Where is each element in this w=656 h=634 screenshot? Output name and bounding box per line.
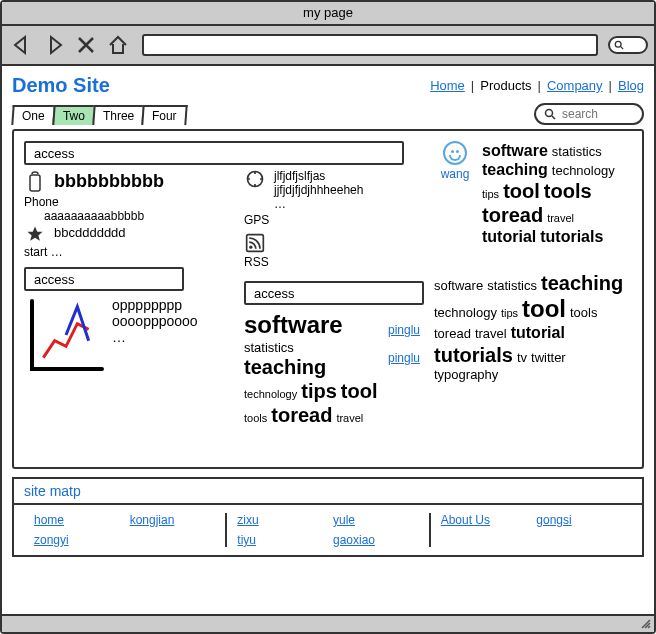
gps-label: GPS <box>244 213 424 227</box>
tag-tutorial[interactable]: tutorial <box>511 323 565 342</box>
tag-tips[interactable]: tips <box>501 307 518 320</box>
search-input[interactable] <box>560 106 630 122</box>
tab-strip: OneTwoThreeFour <box>12 105 185 125</box>
sitemap-link-kongjian[interactable]: kongjian <box>130 513 216 527</box>
forward-button[interactable] <box>40 31 68 59</box>
site-search[interactable] <box>534 103 644 125</box>
sitemap-link-tiyu[interactable]: tiyu <box>237 533 323 547</box>
tag-typography[interactable]: typography <box>434 367 498 383</box>
tag-tool[interactable]: tool <box>341 379 378 403</box>
opp-text-3: … <box>112 329 198 345</box>
tag-travel[interactable]: travel <box>547 212 574 225</box>
tag-tips[interactable]: tips <box>482 188 499 201</box>
menu-item-blog[interactable]: Blog <box>618 78 644 93</box>
sitemap-header: site matp <box>12 477 644 503</box>
sitemap-link-gaoxiao[interactable]: gaoxiao <box>333 533 419 547</box>
stop-button[interactable] <box>72 31 100 59</box>
tag-statistics[interactable]: statistics <box>244 340 294 356</box>
rss-icon <box>244 233 266 253</box>
mid-column: jlfjdfjslfjas jjfjdjfjdjhhheeheh … GPS R… <box>244 141 424 457</box>
gps-icon <box>244 169 266 189</box>
gps-line-3: … <box>274 197 424 211</box>
tab-three[interactable]: Three <box>92 105 145 125</box>
tag-software[interactable]: software <box>244 311 343 340</box>
tag-tool[interactable]: tool <box>503 179 540 203</box>
pinglu-link-1[interactable]: pinglu <box>388 323 420 337</box>
access-box-3[interactable]: access <box>244 281 424 305</box>
sitemap-link-zixu[interactable]: zixu <box>237 513 323 527</box>
tag-tips[interactable]: tips <box>301 379 337 403</box>
svg-rect-2 <box>30 175 40 191</box>
tag-technology[interactable]: technology <box>552 163 615 179</box>
sitemap-col-1: homekongjianzongyi <box>24 513 225 547</box>
pinglu-link-2[interactable]: pinglu <box>388 351 420 365</box>
tag-toread[interactable]: toread <box>271 403 332 427</box>
access-box-2[interactable]: access <box>24 267 184 291</box>
url-bar[interactable] <box>142 34 598 56</box>
sitemap-col-3: About Usgongsi <box>429 513 632 547</box>
opp-text-2: oooopppoooo <box>112 313 198 329</box>
home-button[interactable] <box>104 31 132 59</box>
sitemap-link-gongsi[interactable]: gongsi <box>536 513 622 547</box>
menu-separator: | <box>538 78 541 93</box>
browser-window: my page Demo Site Home|Products|Company|… <box>0 0 656 634</box>
tag-toread[interactable]: toread <box>482 203 543 227</box>
svg-point-5 <box>249 246 252 249</box>
gps-line-1: jlfjdfjslfjas <box>274 169 424 183</box>
main-panel: access bbbbbbbbbb Phone <box>12 129 644 469</box>
tag-tools[interactable]: tools <box>544 179 592 203</box>
tag-technology[interactable]: technology <box>434 305 497 321</box>
left-column: access bbbbbbbbbb Phone <box>24 141 234 457</box>
main-menu: Home|Products|Company|Blog <box>430 78 644 93</box>
tag-tutorials[interactable]: tutorials <box>434 343 513 367</box>
tag-tool[interactable]: tool <box>522 295 566 324</box>
phone-icon <box>24 171 46 193</box>
tag-tv[interactable]: tv <box>517 350 527 366</box>
menu-item-home[interactable]: Home <box>430 78 465 93</box>
tag-technology[interactable]: technology <box>244 388 297 401</box>
browser-toolbar <box>2 26 654 66</box>
tag-teaching[interactable]: teaching <box>244 355 326 379</box>
tag-teaching[interactable]: teaching <box>541 271 623 295</box>
avatar: wang <box>434 141 476 181</box>
menu-separator: | <box>471 78 474 93</box>
tag-tools[interactable]: tools <box>570 305 597 321</box>
svg-point-1 <box>546 110 553 117</box>
back-button[interactable] <box>8 31 36 59</box>
opp-text-1: opppppppp <box>112 297 198 313</box>
tag-tutorials[interactable]: tutorials <box>540 227 603 246</box>
tag-software[interactable]: software <box>482 141 548 160</box>
tag-tutorial[interactable]: tutorial <box>482 227 536 246</box>
tag-cloud-mid: softwarestatisticsteachingtechnologytips… <box>244 311 382 427</box>
tag-travel[interactable]: travel <box>475 326 507 342</box>
right-column: wang softwarestatisticsteachingtechnolog… <box>434 141 632 457</box>
tag-travel[interactable]: travel <box>336 412 363 425</box>
tag-twitter[interactable]: twitter <box>531 350 566 366</box>
menu-item-company[interactable]: Company <box>547 78 603 93</box>
tag-statistics[interactable]: statistics <box>487 278 537 294</box>
tab-two[interactable]: Two <box>52 105 95 125</box>
resize-handle-icon[interactable] <box>640 618 652 630</box>
tag-toread[interactable]: toread <box>434 326 471 342</box>
tag-teaching[interactable]: teaching <box>482 160 548 179</box>
tab-four[interactable]: Four <box>141 105 187 125</box>
tag-tools[interactable]: tools <box>244 412 267 425</box>
tag-statistics[interactable]: statistics <box>552 144 602 160</box>
sitemap-link-home[interactable]: home <box>34 513 120 527</box>
tag-cloud-right-2: softwarestatisticsteachingtechnologytips… <box>434 271 632 383</box>
sitemap-link-About Us[interactable]: About Us <box>441 513 527 547</box>
rss-label: RSS <box>244 255 424 269</box>
sitemap-col-2: zixuyuletiyugaoxiao <box>225 513 428 547</box>
tag-software[interactable]: software <box>434 278 483 294</box>
tab-one[interactable]: One <box>11 105 55 125</box>
status-bar <box>2 614 654 632</box>
sitemap-link-yule[interactable]: yule <box>333 513 419 527</box>
mini-chart <box>24 297 104 377</box>
menu-item-products[interactable]: Products <box>480 78 531 93</box>
toolbar-search[interactable] <box>608 36 648 54</box>
tag-cloud-right-1: softwarestatisticsteachingtechnologytips… <box>482 141 632 247</box>
sitemap-link-zongyi[interactable]: zongyi <box>34 533 120 547</box>
menu-separator: | <box>609 78 612 93</box>
gps-line-2: jjfjdjfjdjhhheeheh <box>274 183 424 197</box>
star-icon <box>24 225 46 243</box>
